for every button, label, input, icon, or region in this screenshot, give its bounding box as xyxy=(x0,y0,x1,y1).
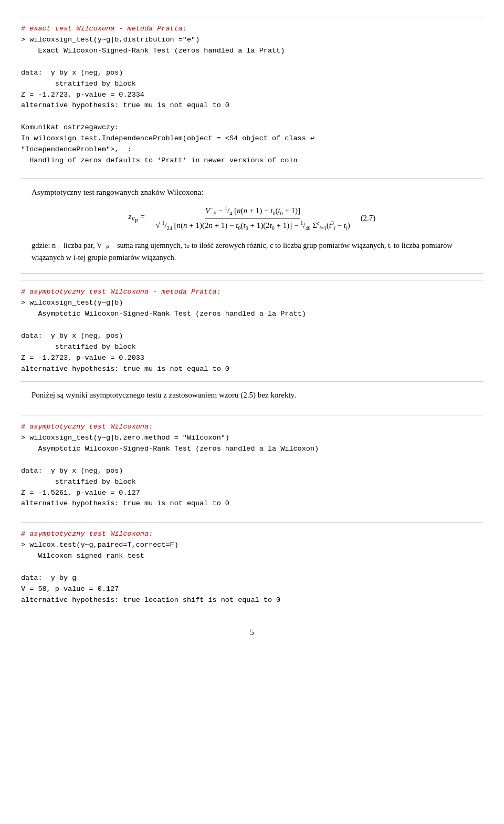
exact-test-comment: # exact test Wilcoxona - metoda Pratta: xyxy=(21,25,187,33)
asymp-pratta-z: Z = -1.2723, p-value = 0.2033 xyxy=(21,354,144,362)
asymp-wilcoxon-cmd: > wilcoxsign_test(y~g|b,zero.method = "W… xyxy=(21,434,229,442)
asymp-wilcoxon2-data: data: y by g xyxy=(21,574,76,582)
asymp-wilcoxon2-v: V = 58, p-value = 0.127 xyxy=(21,585,119,593)
section-exact-test: # exact test Wilcoxona - metoda Pratta: … xyxy=(21,17,483,173)
section-asymp-wilcoxon: # asymptotyczny test Wilcoxona: > wilcox… xyxy=(21,415,483,516)
formula-fraction: V−P − 1/4 [n(n + 1) − t0(t0 + 1)] √ 1/24… xyxy=(156,205,350,231)
asymp-wilcoxon-title: Asymptotic Wilcoxon-Signed-Rank Test (ze… xyxy=(21,445,319,453)
asymp-pratta-cmd: > wilcoxsign_test(y~g|b) xyxy=(21,299,123,307)
asymp-wilcoxon-code: # asymptotyczny test Wilcoxona: > wilcox… xyxy=(21,422,483,509)
prose-section: Poniżej są wyniki asymptotycznego testu … xyxy=(21,381,483,409)
asymp-pratta-alt: alternative hypothesis: true mu is not e… xyxy=(21,365,229,373)
prose-text: Poniżej są wyniki asymptotycznego testu … xyxy=(32,391,296,399)
math-description: gdzie: n – liczba par, V⁻ₚ – suma rang u… xyxy=(32,239,472,264)
formula-container: zVP = V−P − 1/4 [n(n + 1) − t0(t0 + 1)] … xyxy=(32,205,472,231)
komunikat-title: Komunikat ostrzegawczy: xyxy=(21,123,119,131)
exact-test-cmd: > wilcoxsign_test(y~g|b,distribution ="e… xyxy=(21,36,200,44)
exact-test-alt: alternative hypothesis: true mu is not e… xyxy=(21,101,229,109)
page-number: 5 xyxy=(21,628,483,637)
asymp-wilcoxon2-alt: alternative hypothesis: true location sh… xyxy=(21,596,280,604)
asymp-title: Asymptotyczny test rangowanych znaków Wi… xyxy=(32,188,472,197)
asymp-pratta-code: # asymptotyczny test Wilcoxona - metoda … xyxy=(21,287,483,374)
asymp-wilcoxon2-title: Wilcoxon signed rank test xyxy=(21,552,144,560)
komunikat-body: In wilcoxsign_test.IndependenceProblem(o… xyxy=(21,134,314,164)
asymp-pratta-title: Asymptotic Wilcoxon-Signed-Rank Test (ze… xyxy=(21,310,306,318)
asymp-wilcoxon-data: data: y by x (neg, pos) stratified by bl… xyxy=(21,467,136,486)
asymp-wilcoxon2-comment: # asymptotyczny test Wilcoxona: xyxy=(21,530,153,538)
formula-lhs: zVP = xyxy=(129,212,145,224)
exact-test-z: Z = -1.2723, p-value = 0.2334 xyxy=(21,91,144,99)
formula-eq-number: (2.7) xyxy=(361,214,376,223)
asymp-wilcoxon2-code: # asymptotyczny test Wilcoxona: > wilcox… xyxy=(21,529,483,606)
exact-test-output-title: Exact Wilcoxon-Signed-Rank Test (zeros h… xyxy=(21,47,285,55)
asymp-wilcoxon-z: Z = -1.5261, p-value = 0.127 xyxy=(21,489,140,497)
asymp-pratta-data: data: y by x (neg, pos) stratified by bl… xyxy=(21,332,136,351)
math-section: Asymptotyczny test rangowanych znaków Wi… xyxy=(21,178,483,274)
formula-denominator: √ 1/24 [n(n + 1)(2n + 1) − t0(t0 + 1)(2t… xyxy=(156,220,350,231)
exact-test-data: data: y by x (neg, pos) stratified by bl… xyxy=(21,69,136,88)
formula-numerator: V−P − 1/4 [n(n + 1) − t0(t0 + 1)] xyxy=(205,205,300,218)
section-asymp-pratta: # asymptotyczny test Wilcoxona - metoda … xyxy=(21,280,483,381)
exact-test-code: # exact test Wilcoxona - metoda Pratta: … xyxy=(21,24,483,166)
asymp-wilcoxon-comment: # asymptotyczny test Wilcoxona: xyxy=(21,423,153,431)
asymp-pratta-comment: # asymptotyczny test Wilcoxona - metoda … xyxy=(21,288,221,296)
asymp-wilcoxon-alt: alternative hypothesis: true mu is not e… xyxy=(21,499,229,507)
section-asymp-wilcoxon2: # asymptotyczny test Wilcoxona: > wilcox… xyxy=(21,522,483,612)
asymp-wilcoxon2-cmd: > wilcox.test(y~g,paired=T,correct=F) xyxy=(21,541,178,549)
